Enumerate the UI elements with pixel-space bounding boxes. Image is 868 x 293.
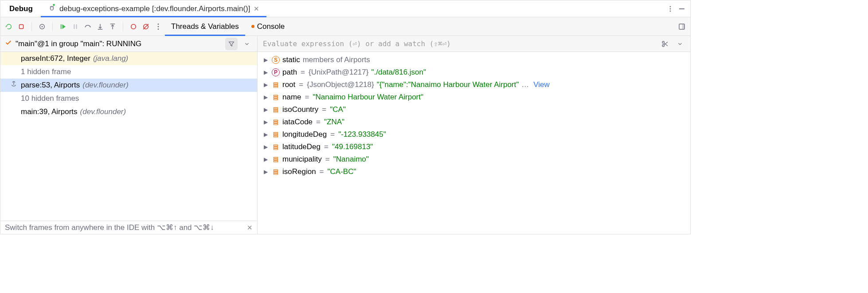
show-execution-point-icon[interactable] bbox=[36, 21, 48, 32]
chevron-right-icon[interactable]: ▶ bbox=[264, 107, 269, 113]
stack-frame[interactable]: parseInt:672, Integer (java.lang) bbox=[0, 52, 257, 65]
view-breakpoints-button[interactable] bbox=[128, 21, 139, 32]
variable-row[interactable]: ▶latitudeDeg = "49.169813" bbox=[258, 141, 690, 153]
var-value: "49.169813" bbox=[332, 143, 373, 151]
run-config-tab[interactable]: debug-exceptions-example [:dev.flounder.… bbox=[42, 0, 266, 17]
field-icon bbox=[272, 106, 280, 114]
thread-status[interactable]: "main"@1 in group "main": RUNNING bbox=[16, 40, 222, 48]
tab-console-label: Console bbox=[257, 22, 285, 31]
variable-row[interactable]: ▶name = "Nanaimo Harbour Water Airport" bbox=[258, 91, 690, 103]
svg-rect-40 bbox=[274, 157, 278, 158]
var-name: static bbox=[282, 55, 300, 64]
var-name: path bbox=[282, 68, 297, 77]
variable-row[interactable]: ▶iataCode = "ZNA" bbox=[258, 116, 690, 128]
pause-button[interactable] bbox=[70, 21, 81, 32]
drop-frame-icon[interactable] bbox=[10, 81, 17, 90]
field-icon bbox=[272, 168, 280, 176]
svg-rect-29 bbox=[274, 109, 278, 111]
tip-text: Switch frames from anywhere in the IDE w… bbox=[5, 223, 214, 232]
variable-row[interactable]: ▶isoRegion = "CA-BC" bbox=[258, 166, 690, 178]
svg-rect-9 bbox=[74, 24, 74, 29]
svg-rect-33 bbox=[274, 123, 278, 125]
svg-rect-41 bbox=[274, 159, 278, 160]
chevron-right-icon[interactable]: ▶ bbox=[264, 57, 269, 63]
step-into-button[interactable] bbox=[94, 21, 106, 32]
run-config-label: debug-exceptions-example [:dev.flounder.… bbox=[59, 4, 250, 13]
svg-rect-38 bbox=[274, 146, 278, 148]
var-value: "Nanaimo Harbour Water Airport" bbox=[313, 93, 423, 102]
filter-button[interactable] bbox=[225, 38, 238, 50]
chevron-right-icon[interactable]: ▶ bbox=[264, 156, 269, 162]
stop-button[interactable] bbox=[16, 21, 27, 32]
bug-icon bbox=[48, 4, 56, 14]
hidden-frames-label: 10 hidden frames bbox=[21, 94, 79, 103]
svg-rect-43 bbox=[274, 170, 278, 171]
panel-title: Debug bbox=[3, 4, 39, 13]
variable-row[interactable]: ▶root = {JsonObject@1218} "{"name":"Nana… bbox=[258, 79, 690, 91]
layout-settings-icon[interactable] bbox=[676, 21, 688, 32]
tab-console[interactable]: Console bbox=[245, 17, 291, 36]
tab-threads-variables[interactable]: Threads & Variables bbox=[165, 17, 245, 36]
chevron-right-icon[interactable]: ▶ bbox=[264, 169, 269, 175]
chevron-right-icon[interactable]: ▶ bbox=[264, 119, 269, 125]
svg-rect-10 bbox=[76, 24, 77, 29]
svg-rect-11 bbox=[98, 29, 103, 30]
minimize-icon[interactable] bbox=[676, 3, 688, 15]
svg-point-13 bbox=[131, 24, 136, 29]
svg-rect-26 bbox=[274, 97, 278, 98]
stack-frame[interactable]: 1 hidden frame bbox=[0, 65, 257, 79]
svg-rect-36 bbox=[274, 136, 278, 137]
var-name: latitudeDeg bbox=[282, 143, 321, 151]
expand-eval-icon[interactable] bbox=[674, 38, 686, 50]
chevron-right-icon[interactable]: ▶ bbox=[264, 131, 269, 138]
chevron-right-icon[interactable]: ▶ bbox=[264, 82, 269, 88]
rerun-button[interactable] bbox=[3, 21, 15, 32]
svg-point-3 bbox=[670, 10, 671, 12]
close-tab-icon[interactable]: ✕ bbox=[254, 5, 259, 13]
variable-row[interactable]: ▶Sstatic members of Airports bbox=[258, 54, 690, 66]
frame-method: parseInt:672, Integer bbox=[21, 54, 90, 63]
chevron-right-icon[interactable]: ▶ bbox=[264, 69, 269, 75]
var-name: name bbox=[282, 93, 301, 102]
frame-method: parse:53, Airports bbox=[21, 81, 80, 90]
tip-bar: Switch frames from anywhere in the IDE w… bbox=[0, 221, 257, 234]
stack-frame[interactable]: 10 hidden frames bbox=[0, 92, 257, 105]
step-out-button[interactable] bbox=[107, 21, 118, 32]
field-icon bbox=[272, 93, 280, 101]
property-icon: P bbox=[272, 68, 280, 76]
more-options-icon[interactable] bbox=[665, 3, 676, 15]
var-value: "CA-BC" bbox=[328, 167, 356, 176]
resume-button[interactable] bbox=[57, 21, 69, 32]
variable-row[interactable]: ▶municipality = "Nanaimo" bbox=[258, 153, 690, 166]
mute-breakpoints-button[interactable] bbox=[140, 21, 152, 32]
svg-rect-37 bbox=[274, 145, 278, 146]
svg-rect-27 bbox=[274, 99, 278, 100]
evaluate-input[interactable] bbox=[262, 39, 656, 48]
svg-rect-45 bbox=[274, 173, 278, 174]
svg-rect-5 bbox=[20, 24, 23, 28]
svg-rect-32 bbox=[274, 122, 278, 123]
thread-dropdown-icon[interactable] bbox=[241, 38, 253, 50]
more-toolbar-icon[interactable] bbox=[152, 21, 164, 32]
var-value: "ZNA" bbox=[324, 118, 344, 127]
chevron-right-icon[interactable]: ▶ bbox=[264, 144, 269, 150]
view-link[interactable]: View bbox=[533, 80, 550, 89]
svg-rect-4 bbox=[679, 8, 684, 9]
field-icon bbox=[272, 155, 280, 163]
tip-close-icon[interactable]: ✕ bbox=[247, 224, 253, 232]
var-value: "./data/816.json" bbox=[371, 68, 426, 77]
step-over-button[interactable] bbox=[82, 21, 94, 32]
svg-point-2 bbox=[670, 8, 671, 9]
variable-row[interactable]: ▶isoCountry = "CA" bbox=[258, 103, 690, 116]
svg-point-7 bbox=[42, 26, 43, 27]
svg-rect-39 bbox=[274, 148, 278, 150]
stack-frame[interactable]: parse:53, Airports (dev.flounder) bbox=[0, 79, 257, 92]
var-type: {UnixPath@1217} bbox=[309, 68, 368, 77]
variable-row[interactable]: ▶longitudeDeg = "-123.933845" bbox=[258, 128, 690, 141]
chevron-right-icon[interactable]: ▶ bbox=[264, 94, 269, 100]
svg-rect-23 bbox=[274, 84, 278, 86]
scissors-icon[interactable] bbox=[659, 38, 671, 50]
stack-frame[interactable]: main:39, Airports (dev.flounder) bbox=[0, 105, 257, 119]
static-icon: S bbox=[272, 56, 280, 64]
variable-row[interactable]: ▶Ppath = {UnixPath@1217} "./data/816.jso… bbox=[258, 66, 690, 79]
